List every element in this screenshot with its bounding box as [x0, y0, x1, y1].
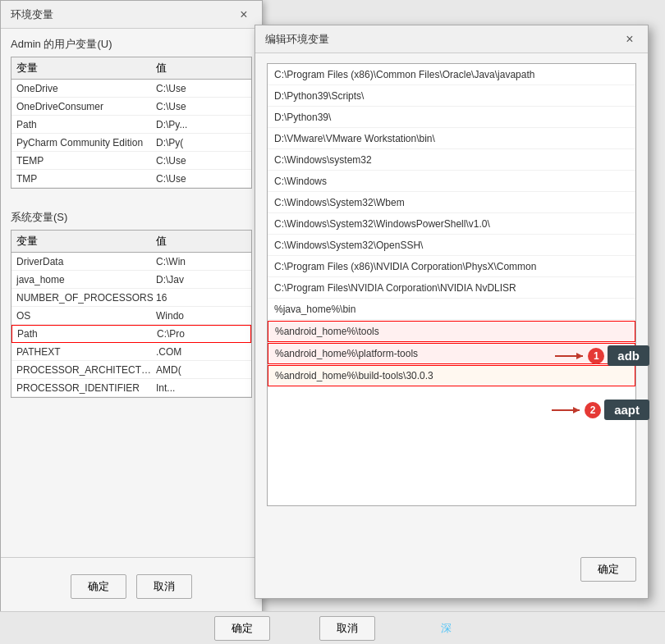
- sys-section-label: 系统变量(S): [1, 202, 262, 230]
- path-list-item[interactable]: D:\Python39\: [268, 107, 635, 128]
- sys-var-row-path[interactable]: Path C:\Pro: [11, 325, 251, 343]
- env-vars-close-btn[interactable]: ×: [236, 7, 252, 23]
- annotation-aapt-label: aapt: [604, 400, 649, 420]
- path-list-item[interactable]: C:\Windows: [268, 171, 635, 192]
- edit-env-dialog: 编辑环境变量 × C:\Program Files (x86)\Common F…: [255, 25, 649, 599]
- user-var-row[interactable]: OneDrive C:\Use: [11, 80, 251, 98]
- env-vars-titlebar: 环境变量 ×: [1, 1, 262, 29]
- sys-col-value: 值: [156, 234, 167, 249]
- edit-env-title: 编辑环境变量: [265, 32, 329, 47]
- sys-var-row[interactable]: OS Windo: [11, 307, 251, 325]
- annotation-adb: 1 adb: [555, 345, 649, 366]
- user-var-row[interactable]: Path D:\Py...: [11, 116, 251, 134]
- annotation-badge-1: 1: [588, 348, 604, 364]
- sys-var-row[interactable]: DriverData C:\Win: [11, 253, 251, 271]
- path-list[interactable]: C:\Program Files (x86)\Common Files\Orac…: [267, 63, 636, 506]
- path-list-item[interactable]: C:\Program Files\NVIDIA Corporation\NVID…: [268, 277, 635, 299]
- path-list-item[interactable]: D:\Python39\Scripts\: [268, 85, 635, 107]
- path-list-item[interactable]: C:\Windows\system32: [268, 149, 635, 171]
- path-list-item[interactable]: D:\VMware\VMware Workstation\bin\: [268, 128, 635, 149]
- annotation-adb-label: adb: [608, 345, 649, 366]
- svg-marker-1: [576, 353, 583, 359]
- path-item-android-tools[interactable]: %android_home%\tools: [268, 321, 635, 342]
- sys-vars-table: 变量 值 DriverData C:\Win java_home D:\Jav …: [11, 230, 252, 398]
- user-var-row[interactable]: TMP C:\Use: [11, 170, 251, 188]
- main-dialog-buttons: 确定: [255, 549, 648, 590]
- main-confirm-btn[interactable]: 确定: [580, 557, 636, 582]
- user-vars-table: 变量 值 OneDrive C:\Use OneDriveConsumer C:…: [11, 57, 252, 189]
- edit-env-close-btn[interactable]: ×: [621, 31, 638, 48]
- bg-confirm-btn[interactable]: 确定: [71, 574, 126, 599]
- annotation-badge-2: 2: [585, 402, 601, 418]
- path-list-item[interactable]: C:\Program Files (x86)\NVIDIA Corporatio…: [268, 256, 635, 277]
- sys-var-row[interactable]: PROCESSOR_IDENTIFIER Int...: [11, 379, 251, 397]
- bottom-link[interactable]: 深: [441, 621, 452, 636]
- user-col-name: 变量: [16, 61, 156, 75]
- bottom-bar: 确定 取消 深: [0, 611, 665, 644]
- bg-dialog-buttons: 确定 取消: [1, 557, 262, 614]
- env-vars-title: 环境变量: [11, 7, 53, 22]
- path-list-item[interactable]: C:\Program Files (x86)\Common Files\Orac…: [268, 64, 635, 85]
- sys-var-row[interactable]: java_home D:\Jav: [11, 271, 251, 289]
- user-section-label: Admin 的用户变量(U): [1, 29, 262, 57]
- bottom-cancel-btn[interactable]: 取消: [319, 616, 375, 641]
- path-item-android-build-tools[interactable]: %android_home%\build-tools\30.0.3: [268, 365, 635, 386]
- user-col-value: 值: [156, 61, 167, 75]
- user-var-row[interactable]: PyCharm Community Edition D:\Py(: [11, 134, 251, 152]
- path-list-item[interactable]: C:\Windows\System32\OpenSSH\: [268, 235, 635, 256]
- svg-marker-3: [573, 407, 580, 413]
- path-list-item[interactable]: %java_home%\bin: [268, 299, 635, 320]
- sys-vars-header: 变量 值: [11, 231, 251, 253]
- user-var-row[interactable]: OneDriveConsumer C:\Use: [11, 98, 251, 116]
- annotation-aapt: 2 aapt: [552, 400, 649, 420]
- bg-cancel-btn[interactable]: 取消: [136, 574, 192, 599]
- env-vars-dialog: 环境变量 × Admin 的用户变量(U) 变量 值 OneDrive C:\U…: [0, 0, 263, 615]
- bottom-confirm-btn[interactable]: 确定: [214, 616, 270, 641]
- path-list-item[interactable]: C:\Windows\System32\Wbem: [268, 192, 635, 213]
- user-var-row[interactable]: TEMP C:\Use: [11, 152, 251, 170]
- path-list-item[interactable]: C:\Windows\System32\WindowsPowerShell\v1…: [268, 213, 635, 235]
- sys-var-row[interactable]: NUMBER_OF_PROCESSORS 16: [11, 289, 251, 307]
- edit-env-titlebar: 编辑环境变量 ×: [255, 25, 648, 53]
- sys-col-name: 变量: [16, 234, 156, 249]
- user-vars-header: 变量 值: [11, 57, 251, 80]
- sys-var-row[interactable]: PATHEXT .COM: [11, 343, 251, 361]
- sys-var-row[interactable]: PROCESSOR_ARCHITECTURE AMD(: [11, 361, 251, 379]
